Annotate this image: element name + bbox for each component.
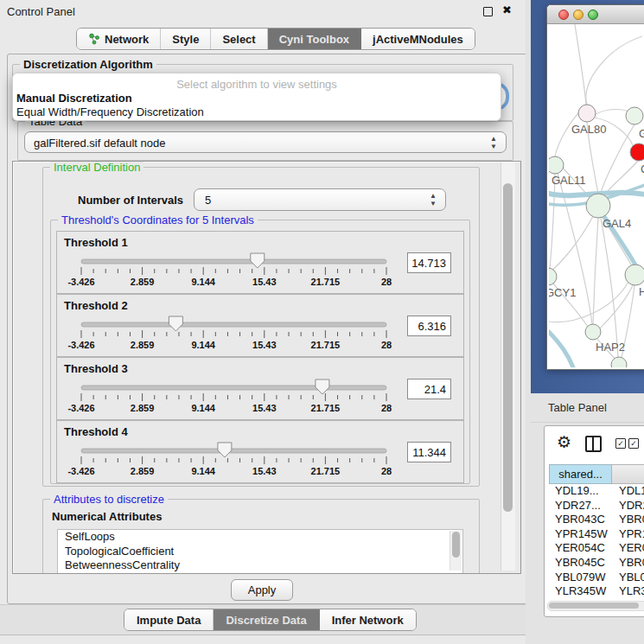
network-view-frame: GAL80GACGAL11GAL4GCY1HHAP2 [531, 0, 644, 393]
table-row[interactable]: YPR145WYPR1 [549, 527, 644, 542]
threshold-panel: Threshold 1-3.4262.8599.14415.4321.71528… [56, 231, 464, 294]
table-toolbar: ⚙ ✓ ✓ [545, 426, 644, 462]
popup-option-manual-discretization[interactable]: Manual Discretization [16, 92, 132, 105]
node-clipped-top-right-label: GA [639, 127, 644, 140]
algorithm-popup-hint: Select algorithm to view settings [13, 78, 501, 91]
slider-handle[interactable] [218, 443, 232, 457]
table-panel-card: ⚙ ✓ ✓ shared... na YDL19...YDL1YDR27...Y… [544, 425, 644, 617]
column-header-shared-name[interactable]: shared... [549, 464, 612, 484]
slider-handle[interactable] [169, 316, 182, 331]
threshold-value-field[interactable]: 21.4 [407, 379, 451, 399]
table-cell-shared-name: YDL19... [549, 484, 612, 499]
slider-handle[interactable] [251, 253, 265, 268]
slider-tick-labels: -3.4262.8599.14415.4321.71528 [81, 466, 386, 478]
table-cell-shared-name: YPR145W [549, 527, 612, 542]
float-window-icon[interactable] [483, 7, 493, 16]
scrollbar-vertical[interactable] [501, 163, 515, 571]
threshold-slider[interactable] [74, 314, 393, 340]
tick-label: 21.715 [311, 277, 341, 287]
close-icon[interactable]: ✖ [502, 3, 512, 16]
mac-close-button[interactable] [558, 10, 569, 20]
node-clipped-right[interactable] [625, 265, 644, 285]
table-cell-name: YER0 [612, 541, 644, 556]
number-of-intervals-spinner[interactable]: 5 ▲▼ [194, 188, 446, 211]
table-panel-titlebar: Table Panel [531, 393, 644, 423]
tab-infer-network[interactable]: Infer Network [320, 609, 416, 630]
node-clipped-bottom[interactable] [611, 357, 627, 367]
attribute-list-item[interactable]: SelfLoops [58, 530, 462, 545]
tab-discretize-data[interactable]: Discretize Data [214, 609, 319, 630]
numerical-attributes-items: SelfLoopsTopologicalCoefficientBetweenne… [58, 530, 462, 573]
network-edge [593, 218, 598, 324]
attribute-list-item[interactable]: TopologicalCoefficient [58, 545, 462, 559]
table-cell-name: YBR0 [612, 556, 644, 571]
interval-definition-group: Interval Definition Number of Intervals … [42, 167, 480, 487]
node-gal4-label: GAL4 [603, 217, 631, 230]
tick-label: -3.426 [67, 340, 94, 350]
threshold-slider[interactable] [74, 251, 393, 277]
mac-minimize-button[interactable] [573, 10, 583, 20]
node-selected-red[interactable] [630, 143, 644, 161]
table-row[interactable]: YER054CYER0 [549, 541, 644, 556]
node-hap2[interactable] [585, 324, 601, 340]
table-data-combobox[interactable]: galFiltered.sif default node ▲▼ [24, 131, 507, 153]
table-rows: YDL19...YDL1YDR27...YDR2YBR043CYBR0YPR14… [549, 484, 644, 599]
tick-label: 2.859 [131, 277, 155, 287]
network-edge [596, 110, 630, 115]
threshold-slider[interactable] [74, 440, 393, 466]
settings-gear-icon[interactable]: ⚙ [557, 434, 571, 450]
node-gal4[interactable] [586, 194, 610, 218]
table-cell-shared-name: YER054C [549, 541, 612, 556]
node-clipped-top-right[interactable] [626, 107, 643, 124]
table-cell-name: YBL0 [612, 571, 644, 585]
slider-handle[interactable] [316, 379, 329, 394]
attributes-list-scrollbar[interactable] [450, 531, 462, 571]
tab-select[interactable]: Select [211, 29, 267, 49]
column-header-name[interactable]: na [612, 464, 644, 484]
select-none-checkbox-icon[interactable]: ✓ [628, 438, 639, 449]
table-row[interactable]: YLR345WYLR3 [549, 584, 644, 599]
tab-style[interactable]: Style [161, 29, 211, 49]
tick-label: -3.426 [67, 403, 94, 413]
tab-jactivemnodules[interactable]: jActiveMNodules [361, 29, 475, 49]
tick-label: 15.43 [252, 466, 277, 476]
tab-impute-data[interactable]: Impute Data [124, 609, 214, 630]
node-clipped-right-label: H [639, 285, 644, 298]
node-gal80[interactable] [578, 105, 596, 122]
apply-button[interactable]: Apply [231, 579, 293, 601]
thresholds-coordinates-group-title: Threshold's Coordinates for 5 Intervals [58, 214, 258, 226]
tick-label: 21.715 [311, 466, 341, 476]
tick-label: 2.859 [131, 466, 155, 476]
node-gal11[interactable] [549, 156, 564, 174]
network-edge [586, 36, 642, 105]
table-row[interactable]: YDL19...YDL1 [549, 484, 644, 499]
node-gcy1[interactable] [549, 268, 557, 285]
columns-icon[interactable] [585, 436, 602, 452]
table-horizontal-scrollbar[interactable] [547, 601, 644, 611]
node-gal80-label: GAL80 [571, 123, 606, 136]
node-gal11-label: GAL11 [552, 174, 586, 187]
attribute-list-item[interactable]: BetweennessCentrality [58, 558, 462, 573]
tab-network[interactable]: Network [77, 29, 161, 49]
network-icon [88, 33, 100, 45]
threshold-value-field[interactable]: 14.713 [407, 252, 451, 273]
threshold-value-field[interactable]: 11.344 [407, 442, 451, 462]
select-all-checkbox-icon[interactable]: ✓ [615, 438, 626, 449]
tab-style-label: Style [172, 33, 199, 46]
tab-infer-network-label: Infer Network [332, 614, 404, 627]
table-row[interactable]: YBL079WYBL0 [549, 571, 644, 585]
threshold-value-field[interactable]: 6.316 [407, 316, 451, 336]
network-window-titlebar[interactable] [547, 5, 644, 24]
table-row[interactable]: YDR27...YDR2 [549, 499, 644, 513]
table-row[interactable]: YBR043CYBR0 [549, 513, 644, 527]
tab-cyni-toolbox[interactable]: Cyni Toolbox [268, 29, 361, 49]
network-edge-thick [549, 332, 573, 367]
network-canvas[interactable]: GAL80GACGAL11GAL4GCY1HHAP2 [549, 24, 644, 367]
tab-discretize-data-label: Discretize Data [226, 614, 306, 627]
network-svg: GAL80GACGAL11GAL4GCY1HHAP2 [549, 24, 644, 367]
popup-option-equal-width-frequency[interactable]: Equal Width/Frequency Discretization [16, 105, 204, 118]
table-cell-shared-name: YBR043C [549, 513, 612, 527]
table-row[interactable]: YBR045CYBR0 [549, 556, 644, 571]
threshold-slider[interactable] [74, 377, 393, 403]
mac-zoom-button[interactable] [588, 10, 598, 20]
